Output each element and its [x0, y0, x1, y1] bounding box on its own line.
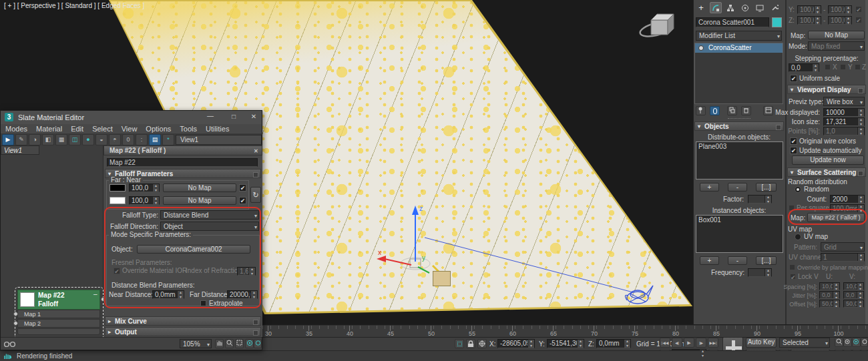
instanced-select-button[interactable]: [...]: [756, 256, 777, 265]
falloff-node-slot1[interactable]: Map 1: [17, 310, 100, 318]
binoculars-icon[interactable]: [4, 340, 16, 348]
menu-options[interactable]: Options: [146, 125, 171, 133]
uv-map-radio[interactable]: [795, 234, 801, 240]
modifier-stack-item[interactable]: CoronaScatter: [695, 43, 783, 53]
scale-z-lock-checkbox[interactable]: [855, 17, 862, 23]
background-icon[interactable]: ◒: [95, 134, 107, 145]
maximize-button[interactable]: □: [224, 113, 243, 120]
distribute-objects-list[interactable]: Plane003: [696, 141, 783, 179]
modifier-stack[interactable]: CoronaScatter: [694, 43, 783, 104]
distribute-remove-button[interactable]: -: [728, 183, 747, 192]
original-wire-colors-checkbox[interactable]: [790, 137, 797, 145]
front-map-enable-checkbox[interactable]: [239, 184, 246, 192]
distribute-add-button[interactable]: +: [700, 183, 719, 192]
material-id-icon[interactable]: ●: [82, 134, 94, 145]
remove-modifier-icon[interactable]: [741, 106, 751, 115]
uv-channel-field[interactable]: 1: [821, 253, 865, 262]
uniform-scale-checkbox[interactable]: [790, 75, 797, 82]
frequency-field[interactable]: [748, 268, 772, 277]
side-map-button[interactable]: No Map: [163, 196, 236, 205]
override-ior-checkbox[interactable]: [114, 268, 120, 274]
falloff-node-slot2[interactable]: Map 2: [17, 319, 100, 328]
falloff-node[interactable]: Map #22 Falloff – Map 1 Map 2: [15, 287, 103, 340]
icon-size-field[interactable]: 17,321: [823, 117, 865, 126]
rollout-objects[interactable]: Objects: [694, 121, 784, 131]
tab-motion[interactable]: [739, 2, 751, 13]
scale-z-min-field[interactable]: 100,0: [797, 16, 821, 25]
delete-node-icon[interactable]: ▦: [55, 134, 67, 145]
tab-utilities[interactable]: [769, 2, 781, 13]
zoom-extents-all-icon[interactable]: [861, 338, 868, 347]
slot1-socket[interactable]: [13, 312, 18, 316]
scatter-map-button[interactable]: Map #22 ( Falloff ): [807, 213, 865, 222]
menu-select[interactable]: Select: [92, 125, 113, 133]
spacing-u-field[interactable]: 10,0: [819, 282, 840, 290]
jitter-v-field[interactable]: 0,0: [843, 291, 864, 299]
play-button[interactable]: ▶: [684, 338, 694, 348]
assign-material-icon[interactable]: ◑: [29, 134, 41, 145]
sme-pan-icon[interactable]: [215, 339, 224, 348]
node-collapse-icon[interactable]: –: [93, 290, 97, 298]
timeline[interactable]: 3035404550556065707580859095100: [262, 324, 868, 337]
sme-left-view-tab[interactable]: View1: [1, 145, 39, 155]
sme-zoom-region-icon[interactable]: [235, 339, 244, 348]
tab-create[interactable]: +: [695, 2, 707, 13]
zoom-all-icon[interactable]: [843, 338, 852, 347]
coord-z-field[interactable]: 0,0mm: [596, 339, 631, 348]
go-to-end-button[interactable]: ▶▶|: [708, 338, 718, 348]
rollout-output[interactable]: Output: [105, 327, 261, 336]
param-panel-header[interactable]: Map #22 ( Falloff ) ✕: [103, 145, 262, 155]
slot2-socket[interactable]: [13, 321, 18, 326]
close-button[interactable]: ✕: [246, 113, 261, 120]
auto-key-button[interactable]: Auto Key: [746, 338, 777, 348]
lock-v-checkbox[interactable]: [790, 274, 796, 280]
update-now-button[interactable]: Update now: [792, 155, 864, 165]
instanced-add-button[interactable]: +: [700, 256, 719, 265]
rollout-surface-scattering[interactable]: Surface Scattering: [787, 167, 866, 177]
pick-material-icon[interactable]: ✎: [15, 134, 27, 145]
falloff-node-thumbnail[interactable]: [20, 292, 35, 307]
previz-type-dropdown[interactable]: Wire box: [823, 97, 865, 106]
front-map-button[interactable]: No Map: [163, 184, 236, 192]
scale-y-max-field[interactable]: 100,0: [828, 5, 852, 14]
scale-z-max-field[interactable]: 100,0: [828, 16, 852, 25]
count-field[interactable]: 2000: [830, 195, 865, 204]
tab-display[interactable]: [754, 2, 766, 13]
options-dots-icon[interactable]: :: [136, 134, 148, 145]
make-unique-icon[interactable]: [727, 106, 737, 115]
zoom-icon[interactable]: [835, 338, 843, 347]
stepping-x-checkbox[interactable]: [825, 64, 831, 70]
menu-tools[interactable]: Tools: [180, 125, 197, 133]
side-amount-field[interactable]: 100,0: [129, 196, 160, 205]
panel-scrollbar[interactable]: [865, 0, 868, 324]
modifier-bulb-icon[interactable]: [698, 45, 704, 51]
map-name-field[interactable]: Map #22: [107, 158, 258, 167]
selection-region-icon[interactable]: [455, 339, 464, 348]
sme-zoom-extents-icon[interactable]: [245, 339, 254, 348]
sme-zoom-icon[interactable]: [225, 339, 234, 348]
render-preview-icon[interactable]: *: [162, 134, 174, 145]
stepping-z-checkbox[interactable]: [855, 64, 861, 70]
extrapolate-checkbox[interactable]: [200, 300, 206, 306]
viewport-label[interactable]: [ + ] [ Perspective ] [ Standard ] [ Edg…: [4, 2, 144, 10]
instanced-remove-button[interactable]: -: [728, 256, 747, 265]
ground-box[interactable]: [433, 271, 451, 286]
side-map-enable-checkbox[interactable]: [239, 197, 246, 204]
near-distance-field[interactable]: 0,0mm: [152, 290, 184, 299]
coord-x-field[interactable]: -28605,05: [497, 339, 535, 348]
menu-material[interactable]: Material: [36, 125, 62, 133]
sme-titlebar[interactable]: 3 Slate Material Editor — □ ✕: [1, 111, 262, 124]
per-square-field[interactable]: 100,0mm: [830, 204, 865, 213]
selection-set-dropdown[interactable]: Selected: [779, 338, 830, 348]
jitter-u-field[interactable]: 0,0: [819, 291, 840, 299]
menu-utilities[interactable]: Utilities: [206, 125, 229, 133]
object-name-field[interactable]: Corona Scatter001: [696, 17, 769, 27]
tab-hierarchy[interactable]: [724, 2, 736, 13]
falloff-direction-dropdown[interactable]: Object: [160, 222, 259, 231]
stepping-y-checkbox[interactable]: [840, 64, 846, 70]
previous-frame-button[interactable]: ◀|: [672, 338, 682, 348]
side-color-swatch[interactable]: [110, 197, 126, 204]
scale-y-lock-checkbox[interactable]: [855, 6, 862, 13]
go-to-start-button[interactable]: |◀◀: [660, 338, 670, 348]
points-field[interactable]: 1,0: [823, 127, 865, 135]
